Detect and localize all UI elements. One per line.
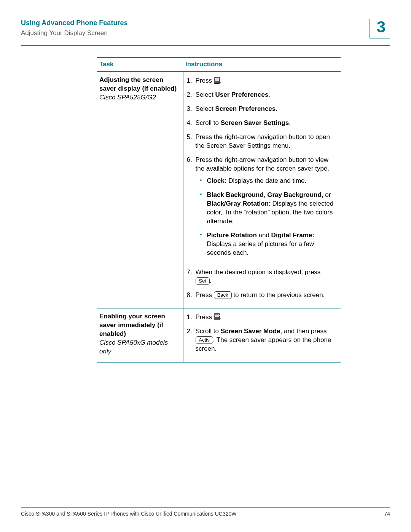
step-text: Press the right-arrow navigation button … bbox=[196, 156, 330, 172]
step-text: . bbox=[210, 277, 212, 284]
task-cell: Enabling your screen saver immediately (… bbox=[97, 308, 183, 362]
step: Press Back to return to the previous scr… bbox=[194, 290, 339, 304]
bullet-bold: Black Background bbox=[207, 191, 264, 198]
step-text: Press bbox=[196, 313, 214, 321]
step: Press . bbox=[194, 76, 339, 90]
footer-title: Cisco SPA300 and SPA500 Series IP Phones… bbox=[21, 511, 237, 517]
task-name: Enabling your screen saver immediately (… bbox=[99, 313, 165, 337]
bullet-bold: Digital Frame: bbox=[271, 232, 314, 239]
bullet-text: , bbox=[264, 191, 267, 198]
table-row: Enabling your screen saver immediately (… bbox=[97, 308, 341, 362]
step-text: Select bbox=[196, 91, 215, 98]
sub-bullet: Black Background, Gray Background, or Bl… bbox=[200, 191, 339, 231]
table-row: Adjusting the screen saver display (if e… bbox=[97, 72, 341, 308]
bullet-bold: Gray Background bbox=[267, 191, 322, 198]
task-cell: Adjusting the screen saver display (if e… bbox=[97, 72, 183, 308]
bullet-text: and bbox=[257, 232, 271, 239]
bullet-bold: Clock: bbox=[207, 177, 227, 184]
task-name: Adjusting the screen saver display (if e… bbox=[99, 76, 177, 92]
step-text: When the desired option is displayed, pr… bbox=[196, 268, 321, 276]
col-header-task: Task bbox=[97, 58, 183, 72]
step: Scroll to Screen Saver Mode, and then pr… bbox=[194, 326, 339, 358]
softkey-set: Set bbox=[196, 277, 210, 285]
bullet-bold: Black/Gray Rotation bbox=[207, 200, 269, 207]
step: Scroll to Screen Saver Settings. bbox=[194, 118, 339, 132]
softkey-back: Back bbox=[214, 291, 232, 299]
section-title: Adjusting Your Display Screen bbox=[21, 29, 127, 37]
page-footer: Cisco SPA300 and SPA500 Series IP Phones… bbox=[21, 507, 390, 517]
page-header: Using Advanced Phone Features Adjusting … bbox=[21, 19, 390, 38]
chapter-number: 3 bbox=[370, 19, 390, 38]
step-text: Press the right-arrow navigation button … bbox=[196, 133, 330, 149]
step-bold: Screen Preferences bbox=[215, 105, 276, 112]
chapter-title: Using Advanced Phone Features bbox=[21, 19, 127, 27]
step-text: Select bbox=[196, 105, 215, 112]
step: When the desired option is displayed, pr… bbox=[194, 267, 339, 290]
instructions-cell: Press . Select User Preferences. Select … bbox=[183, 72, 341, 308]
step: Press the right-arrow navigation button … bbox=[194, 155, 339, 267]
step-text: Press bbox=[196, 77, 214, 84]
step-text: . bbox=[220, 77, 222, 84]
bullet-bold: Picture Rotation bbox=[207, 232, 257, 239]
step-text: . bbox=[289, 119, 291, 126]
step-text: . bbox=[268, 91, 270, 98]
step: Press . bbox=[194, 312, 339, 326]
task-model: Cisco SPA50xG models only bbox=[99, 339, 168, 355]
step-text: . bbox=[220, 313, 222, 321]
header-rule bbox=[21, 45, 390, 46]
step-text: . bbox=[276, 105, 277, 112]
bullet-text: , or bbox=[322, 191, 331, 198]
step-bold: User Preferences bbox=[215, 91, 268, 98]
step-text: , and then press bbox=[280, 328, 327, 335]
setup-icon bbox=[214, 313, 220, 320]
step-text: . The screen saver appears on the phone … bbox=[196, 336, 331, 352]
task-table: Task Instructions Adjusting the screen s… bbox=[97, 57, 341, 363]
page-number: 74 bbox=[384, 511, 390, 517]
task-model: Cisco SPA525G/G2 bbox=[99, 94, 156, 101]
step-text: Press bbox=[196, 291, 214, 299]
step: Select Screen Preferences. bbox=[194, 104, 339, 118]
step-text: to return to the previous screen. bbox=[232, 291, 325, 299]
bullet-text: Displays the date and time. bbox=[226, 177, 306, 184]
step-text: Scroll to bbox=[196, 119, 221, 126]
step-bold: Screen Saver Mode bbox=[221, 328, 280, 335]
step-bold: Screen Saver Settings bbox=[221, 119, 289, 126]
softkey-activ: Activ bbox=[196, 336, 213, 344]
step-text: Scroll to bbox=[196, 328, 221, 335]
step: Select User Preferences. bbox=[194, 90, 339, 104]
sub-bullet: Picture Rotation and Digital Frame: Disp… bbox=[200, 231, 339, 263]
col-header-instructions: Instructions bbox=[183, 58, 341, 72]
instructions-cell: Press . Scroll to Screen Saver Mode, and… bbox=[183, 308, 341, 362]
step: Press the right-arrow navigation button … bbox=[194, 132, 339, 155]
setup-icon bbox=[214, 77, 220, 84]
bullet-text: Displays a series of pictures for a few … bbox=[207, 240, 314, 256]
sub-bullet: Clock: Displays the date and time. bbox=[200, 177, 339, 191]
